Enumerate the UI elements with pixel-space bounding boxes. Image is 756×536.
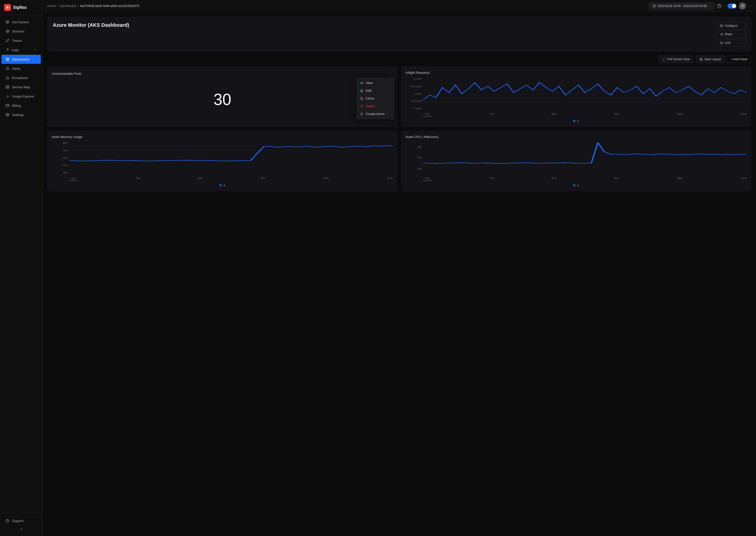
date-range-value: 2023/12/18 18:00 - 2023/12/19 00:00 [657,4,707,8]
sidebar-item-exceptions[interactable]: Exceptions [2,73,41,82]
full-screen-label: Full Screen View [667,57,690,61]
sidebar-item-get-started[interactable]: Get Started [2,17,41,26]
sidebar-item-logs[interactable]: Logs [2,45,41,54]
panel-unschedulable-pods: Unschedulable Pods ⋮ 30 View Edit [48,66,397,127]
full-screen-button[interactable]: Full Screen View [659,55,694,63]
sidebar-item-services-label: Services [12,29,24,33]
context-delete-label: Delete [366,104,375,108]
configure-label: Configure [725,24,738,27]
svg-point-36 [720,34,721,35]
x-label-3: 8pm [552,113,556,117]
cpu-svg-wrap [423,142,747,174]
help-button[interactable] [717,4,725,8]
panel-title-2: Inflight Requests [406,71,430,75]
sidebar-item-settings[interactable]: Settings [2,110,41,119]
cpu-legend-label: A [577,184,579,187]
cpu-x-axis: 6pm12/18/23 7pm 8pm 9pm 10pm 11pm [423,177,747,182]
add-panel-button[interactable]: + Add Panel [727,55,751,63]
sidebar-item-usage-explorer[interactable]: Usage Explorer [2,92,41,101]
memory-chart: 80% 70% 60% 50% 40% [52,142,393,182]
topbar-right: 2023/12/18 18:00 - 2023/12/19 00:00 J [649,3,751,10]
panel-header-4: Node CPU ( Millicores) [406,135,747,139]
memory-legend-dot [219,184,221,186]
user-avatar[interactable]: J [739,3,746,10]
panel-node-cpu: Node CPU ( Millicores) 400 300 200 [401,131,751,191]
my-label-1: 80% [52,142,69,145]
theme-toggle[interactable] [728,4,737,9]
context-menu-view[interactable]: View [357,79,394,87]
topbar: Home / Dashboard / 4a078936-bb3f-4ef8-a6… [43,0,756,12]
inflight-chart: 3 req/s 2.50 req/s 2 req/s 1.50 req/s 1 … [406,78,747,117]
chevron-right-icon [34,48,37,52]
cpu-y-axis: 400 300 200 [406,142,423,174]
context-menu-create-alerts[interactable]: Create Alerts [357,110,394,118]
inflight-svg-wrap [423,78,747,110]
cx-label-4: 9pm [614,177,619,182]
cx-label-2: 7pm [489,177,494,182]
sidebar-item-services[interactable]: Services [2,27,41,36]
breadcrumb-home[interactable]: Home [48,4,56,8]
breadcrumb-dashboard[interactable]: Dashboard [60,4,76,8]
bar-chart-icon [6,94,10,98]
mx-label-1: 6pm12/18/23 [69,177,78,182]
context-clone-label: Clone [366,96,374,100]
svg-rect-13 [6,59,7,60]
sidebar-item-support[interactable]: Support [2,516,41,525]
svg-point-34 [721,25,722,26]
panel-menu-button-1[interactable]: ⋮ [386,71,393,77]
context-menu-edit[interactable]: Edit [357,87,394,94]
my-label-3: 60% [52,157,69,159]
cy-label-2: 300 [406,156,423,159]
sidebar-item-usage-explorer-label: Usage Explorer [12,94,35,98]
breadcrumb: Home / Dashboard / 4a078936-bb3f-4ef8-a6… [48,4,139,8]
bell-icon [6,66,10,71]
toggle-switch[interactable] [728,4,737,9]
main-content: Home / Dashboard / 4a078936-bb3f-4ef8-a6… [43,0,756,536]
map-icon [6,85,10,89]
context-menu-clone[interactable]: Clone [357,94,394,102]
svg-rect-28 [653,5,655,7]
panel-header-2: Inflight Requests [406,71,747,75]
share-button[interactable]: Share [716,31,746,38]
panel-title-3: Node Memory Usage [52,135,82,139]
sidebar-item-service-map[interactable]: Service Map [2,83,41,91]
logo-icon [4,4,11,11]
x-label-2: 7pm [489,113,494,117]
context-menu-delete[interactable]: Delete [357,102,394,110]
y-label-2: 2.50 req/s [406,85,423,88]
inflight-legend: A [406,119,747,122]
sidebar-item-alerts[interactable]: Alerts [2,64,41,73]
sidebar-item-exceptions-label: Exceptions [12,76,28,80]
sidebar-nav: Get Started Services Traces Logs [0,15,42,513]
x-label-6: 11pm [740,113,747,117]
svg-point-25 [7,114,8,115]
mx-label-5: 10pm [323,177,329,182]
date-range-button[interactable]: 2023/12/18 18:00 - 2023/12/19 00:00 [649,3,714,10]
cx-label-3: 8pm [552,177,556,182]
lock-button[interactable]: Lock [716,39,746,46]
support-label: Support [12,519,23,523]
list-icon [6,48,9,52]
alert-triangle-icon [6,76,10,80]
legend-label-1: A [577,119,579,122]
cx-label-6: 11pm [740,177,747,182]
sidebar-item-dashboards[interactable]: Dashboards [2,55,41,64]
configure-button[interactable]: Configure [716,22,746,29]
dashboard-header: Azure Monitor (AKS Dashboard) Configure … [48,17,751,51]
sidebar: SigNoz Get Started Services Traces [0,0,43,536]
mx-label-4: 9pm [260,177,265,182]
legend-dot-1 [573,120,575,122]
svg-point-3 [8,39,9,40]
collapse-sidebar-button[interactable] [0,525,42,533]
support-icon [6,519,10,523]
sidebar-item-billing[interactable]: Billing [2,101,41,110]
sidebar-item-get-started-label: Get Started [12,20,28,24]
user-menu-button[interactable] [748,5,751,7]
svg-point-0 [7,7,9,9]
cpu-legend-dot [573,184,575,186]
save-layout-button[interactable]: Save Layout [696,55,725,63]
dashboard-actions: Configure Share Lock [716,22,746,46]
sidebar-item-traces[interactable]: Traces [2,36,41,45]
x-label-1: 6pm12/18/23 [423,113,432,117]
cy-label-3: 200 [406,168,423,170]
